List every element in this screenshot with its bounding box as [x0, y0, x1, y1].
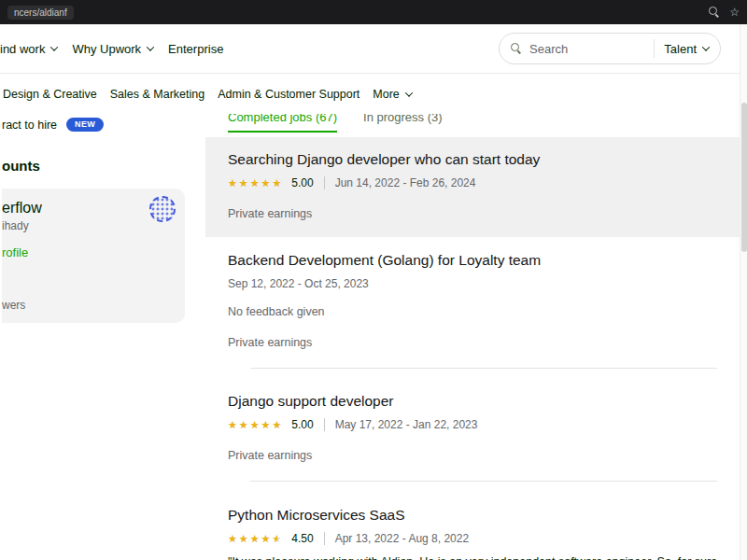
- category-navigation: Design & Creative Sales & Marketing Admi…: [0, 73, 747, 114]
- nav-item-label: ind work: [0, 42, 45, 56]
- rating-value: 4.50: [291, 532, 313, 545]
- nav-item-label: Why Upwork: [72, 42, 141, 56]
- star-rating: ★★★★★ ★★★★★: [228, 534, 283, 544]
- search-icon: [511, 43, 522, 54]
- sidebar: ract to hire NEW ounts erflow ihady rofi…: [0, 114, 205, 560]
- job-item[interactable]: Python Microservices SaaS ★★★★★ ★★★★★ 4.…: [205, 482, 740, 560]
- meta-divider: [324, 176, 325, 189]
- star-icons-filled: ★★★★★: [228, 420, 283, 430]
- tab-in-progress[interactable]: In progress (3): [363, 114, 443, 131]
- main-navigation: ind work Why Upwork Enterprise Talent: [0, 24, 747, 73]
- sidebar-item-contract-to-hire[interactable]: ract to hire NEW: [2, 118, 205, 132]
- primary-nav-links: ind work Why Upwork Enterprise: [0, 42, 223, 56]
- new-badge: NEW: [66, 118, 104, 132]
- jobs-panel: Completed jobs (67) In progress (3) Sear…: [205, 114, 740, 560]
- job-meta-row: ★★★★★ ★★★★★ 5.00 May 17, 2022 - Jan 22, …: [228, 418, 717, 431]
- nav-item-why-upwork[interactable]: Why Upwork: [72, 42, 153, 56]
- job-item[interactable]: Django support developer ★★★★★ ★★★★★ 5.0…: [205, 369, 740, 482]
- category-design-creative[interactable]: Design & Creative: [3, 88, 97, 101]
- rating-value: 5.00: [291, 418, 313, 431]
- meta-divider: [324, 418, 325, 431]
- job-meta-row: Sep 12, 2022 - Oct 25, 2023: [228, 277, 717, 290]
- job-dates: Apr 13, 2022 - Aug 8, 2022: [335, 532, 469, 545]
- search-talent-divider: [654, 39, 655, 58]
- client-review-quote: "It was pleasure working with Aldian. He…: [228, 555, 717, 560]
- search-input[interactable]: [529, 42, 644, 56]
- star-icons-filled: ★★★★★: [228, 534, 277, 544]
- sidebar-section-heading: ounts: [2, 158, 205, 174]
- chevron-down-icon: [50, 43, 58, 50]
- scrollbar-track[interactable]: [740, 24, 747, 560]
- category-label: More: [373, 88, 399, 101]
- job-title[interactable]: Searching Django developer who can start…: [228, 151, 717, 168]
- bookmark-star-icon[interactable]: ☆: [729, 7, 740, 18]
- browser-address-bar[interactable]: ncers/aldianf ☆: [0, 0, 747, 24]
- category-label: Admin & Customer Support: [218, 88, 359, 101]
- nav-item-label: Enterprise: [168, 42, 223, 56]
- chevron-down-icon: [147, 43, 154, 50]
- job-dates: Sep 12, 2022 - Oct 25, 2023: [228, 277, 369, 290]
- job-title[interactable]: Python Microservices SaaS: [228, 507, 717, 524]
- chevron-down-icon: [405, 89, 413, 96]
- talent-dropdown[interactable]: Talent: [664, 42, 709, 56]
- job-meta-row: ★★★★★ ★★★★★ 5.00 Jun 14, 2022 - Feb 26, …: [228, 176, 717, 189]
- followers-label: wers: [2, 299, 174, 312]
- chevron-down-icon: [702, 43, 710, 50]
- job-earnings: Private earnings: [228, 449, 717, 462]
- star-rating: ★★★★★ ★★★★★: [228, 420, 283, 430]
- avatar[interactable]: [149, 196, 176, 222]
- category-more[interactable]: More: [373, 88, 411, 101]
- nav-item-find-work[interactable]: ind work: [0, 42, 57, 56]
- talent-label: Talent: [664, 42, 697, 56]
- account-name: erflow: [2, 200, 174, 217]
- contract-to-hire-label: ract to hire: [2, 119, 57, 132]
- category-label: Design & Creative: [3, 88, 97, 101]
- category-sales-marketing[interactable]: Sales & Marketing: [110, 88, 204, 101]
- job-dates: May 17, 2022 - Jan 22, 2023: [335, 418, 478, 431]
- content-area: ract to hire NEW ounts erflow ihady rofi…: [0, 114, 747, 560]
- scrollbar-thumb[interactable]: [741, 103, 747, 252]
- jobs-tabs: Completed jobs (67) In progress (3): [205, 114, 740, 133]
- rating-value: 5.00: [291, 176, 313, 189]
- category-label: Sales & Marketing: [110, 88, 204, 101]
- no-feedback-note: No feedback given: [228, 305, 717, 318]
- account-subtitle: ihady: [2, 219, 174, 232]
- url-text[interactable]: ncers/aldianf: [7, 6, 74, 20]
- job-item[interactable]: Searching Django developer who can start…: [205, 137, 740, 237]
- star-rating: ★★★★★ ★★★★★: [228, 178, 283, 189]
- job-meta-row: ★★★★★ ★★★★★ 4.50 Apr 13, 2022 - Aug 8, 2…: [228, 532, 717, 545]
- job-dates: Jun 14, 2022 - Feb 26, 2024: [335, 176, 476, 189]
- global-search[interactable]: Talent: [499, 33, 721, 64]
- star-icons-filled: ★★★★★: [228, 178, 283, 189]
- profile-link[interactable]: rofile: [2, 245, 174, 259]
- tab-completed-jobs[interactable]: Completed jobs (67): [228, 114, 337, 133]
- page: ncers/aldianf ☆ ind work Why Upwork Ente…: [0, 0, 747, 560]
- meta-divider: [324, 532, 325, 545]
- job-item[interactable]: Backend Development (Golang) for Loyalty…: [205, 237, 740, 369]
- job-title[interactable]: Backend Development (Golang) for Loyalty…: [228, 252, 717, 269]
- account-card[interactable]: erflow ihady rofile wers: [2, 189, 185, 323]
- category-admin-support[interactable]: Admin & Customer Support: [218, 88, 359, 101]
- browser-action-icons: ☆: [709, 7, 740, 18]
- job-earnings: Private earnings: [228, 336, 717, 349]
- job-title[interactable]: Django support developer: [228, 393, 717, 410]
- nav-item-enterprise[interactable]: Enterprise: [168, 42, 223, 56]
- zoom-indicator-icon[interactable]: [709, 7, 720, 18]
- job-earnings: Private earnings: [228, 207, 717, 220]
